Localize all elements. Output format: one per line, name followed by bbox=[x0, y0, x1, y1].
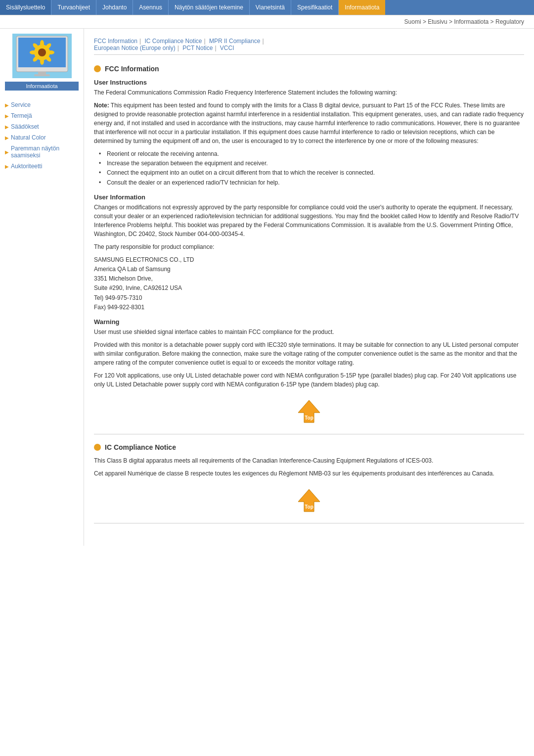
warning-text3: For 120 Volt applications, use only UL L… bbox=[94, 371, 524, 389]
address-line: Fax) 949-922-8301 bbox=[94, 303, 524, 312]
nav-item-informaatiota[interactable]: Informaatiota bbox=[339, 0, 385, 15]
main-layout: Informaatiota ▶ Service ▶ Termejä ▶ Sääd… bbox=[0, 29, 534, 546]
ic-text1: This Class B digital apparatus meets all… bbox=[94, 456, 524, 465]
content-area: FCC Information| IC Compliance Notice| M… bbox=[84, 29, 534, 546]
top-button-wrapper: Top bbox=[94, 398, 524, 426]
link-fcc-information[interactable]: FCC Information bbox=[94, 38, 137, 45]
monitor-illustration bbox=[12, 34, 72, 78]
arrow-icon: ▶ bbox=[5, 164, 9, 169]
sidebar-item-auktoriteetti[interactable]: ▶ Auktoriteetti bbox=[0, 161, 84, 172]
note-paragraph: Note: This equipment has been tested and… bbox=[94, 101, 524, 145]
arrow-icon: ▶ bbox=[5, 102, 9, 108]
top-button-icon-2: Top bbox=[294, 487, 324, 514]
section-divider bbox=[94, 434, 524, 434]
arrow-icon: ▶ bbox=[5, 135, 9, 141]
svg-point-5 bbox=[40, 40, 44, 47]
arrow-icon: ▶ bbox=[5, 149, 9, 155]
breadcrumb: Suomi > Etusivu > Informaatiota > Regula… bbox=[0, 15, 534, 29]
link-mpr-ii[interactable]: MPR II Compliance bbox=[209, 38, 260, 45]
top-button-wrapper-2: Top bbox=[94, 487, 524, 516]
responsible-intro: The party responsible for product compli… bbox=[94, 242, 524, 251]
address-line: America QA Lab of Samsung bbox=[94, 265, 524, 274]
sidebar-item-service[interactable]: ▶ Service bbox=[0, 99, 84, 110]
warning-text1: User must use shielded signal interface … bbox=[94, 328, 524, 336]
nav-item-johdanto[interactable]: Johdanto bbox=[96, 0, 133, 15]
link-pct-notice[interactable]: PCT Notice bbox=[182, 45, 213, 51]
address-block: SAMSUNG ELECTRONICS CO., LTD America QA … bbox=[94, 255, 524, 312]
nav-item-nayton[interactable]: Näytön säätöjen tekemine bbox=[169, 0, 250, 15]
links-bar: FCC Information| IC Compliance Notice| M… bbox=[94, 34, 524, 55]
arrow-icon: ▶ bbox=[5, 113, 9, 119]
list-item: Reorient or relocate the receiving anten… bbox=[99, 149, 524, 159]
fcc-section-heading: FCC Information bbox=[94, 65, 524, 73]
ic-section-heading: IC Compliance Notice bbox=[94, 443, 524, 451]
svg-point-9 bbox=[40, 58, 44, 65]
nav-item-asennus[interactable]: Asennus bbox=[133, 0, 169, 15]
address-line: Suite #290, Irvine, CA92612 USA bbox=[94, 284, 524, 293]
ic-text2: Cet appareil Numérique de classe B respe… bbox=[94, 469, 524, 478]
svg-rect-14 bbox=[34, 74, 50, 76]
sidebar-menu: ▶ Service ▶ Termejä ▶ Säädökset ▶ Natura… bbox=[0, 95, 84, 176]
svg-point-4 bbox=[38, 48, 46, 56]
nav-item-spesifikaatiot[interactable]: Spesifikaatiot bbox=[291, 0, 339, 15]
bullet-list: Reorient or relocate the receiving anten… bbox=[99, 149, 524, 188]
address-line: 3351 Michelson Drive, bbox=[94, 274, 524, 284]
svg-point-11 bbox=[30, 50, 37, 54]
list-item: Consult the dealer or an experienced rad… bbox=[99, 178, 524, 188]
address-line: SAMSUNG ELECTRONICS CO., LTD bbox=[94, 255, 524, 265]
svg-text:Top: Top bbox=[305, 415, 313, 421]
list-item: Connect the equipment into an outlet on … bbox=[99, 168, 524, 178]
link-ic-compliance[interactable]: IC Compliance Notice bbox=[145, 38, 202, 45]
user-instructions-heading: User Instructions bbox=[94, 79, 524, 86]
user-information-heading: User Information bbox=[94, 193, 524, 201]
bottom-divider bbox=[94, 523, 524, 523]
warning-text2: Provided with this monitor is a detachab… bbox=[94, 340, 524, 367]
link-vcci[interactable]: VCCI bbox=[220, 45, 234, 51]
svg-text:Top: Top bbox=[305, 504, 313, 510]
top-button-2[interactable]: Top bbox=[294, 487, 324, 516]
top-navigation: Sisällysluettelo Turvaohijeet Johdanto A… bbox=[0, 0, 534, 15]
warning-heading: Warning bbox=[94, 318, 524, 326]
list-item: Increase the separation between the equi… bbox=[99, 159, 524, 168]
top-button[interactable]: Top bbox=[294, 398, 324, 426]
section-dot-icon bbox=[94, 65, 101, 72]
link-european-notice[interactable]: European Notice (Europe only) bbox=[94, 45, 176, 51]
svg-point-7 bbox=[47, 50, 54, 54]
user-instructions-text: The Federal Communications Commission Ra… bbox=[94, 88, 524, 97]
sidebar: Informaatiota ▶ Service ▶ Termejä ▶ Sääd… bbox=[0, 29, 84, 546]
sidebar-item-natural-color[interactable]: ▶ Natural Color bbox=[0, 132, 84, 143]
nav-item-sisallysluettelo[interactable]: Sisällysluettelo bbox=[0, 0, 51, 15]
address-line: Tel) 949-975-7310 bbox=[94, 293, 524, 303]
sidebar-item-termeja[interactable]: ▶ Termejä bbox=[0, 110, 84, 121]
nav-item-vianetsinta[interactable]: Vianetsintä bbox=[250, 0, 291, 15]
sidebar-logo: Informaatiota bbox=[0, 29, 84, 95]
user-information-text: Changes or modifications not expressly a… bbox=[94, 203, 524, 238]
sidebar-item-saadokset[interactable]: ▶ Säädökset bbox=[0, 121, 84, 132]
nav-item-turvaohijeet[interactable]: Turvaohijeet bbox=[51, 0, 96, 15]
svg-rect-13 bbox=[38, 72, 46, 74]
section-dot-icon bbox=[94, 444, 101, 451]
arrow-icon: ▶ bbox=[5, 124, 9, 130]
sidebar-item-paremman[interactable]: ▶ Paremman näytön saamiseksi bbox=[0, 143, 84, 161]
sidebar-logo-label: Informaatiota bbox=[5, 82, 79, 91]
top-button-icon: Top bbox=[294, 398, 324, 425]
